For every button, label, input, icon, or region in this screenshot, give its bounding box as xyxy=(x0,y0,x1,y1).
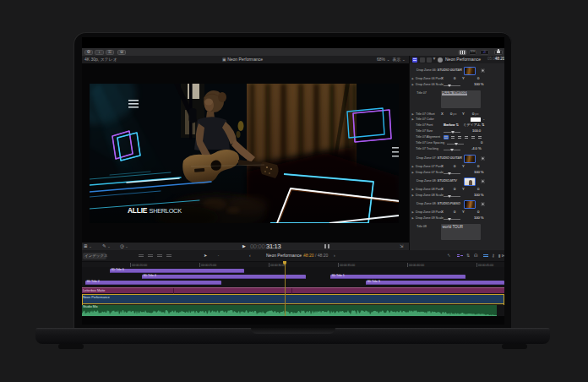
svg-text:SHERLOCK: SHERLOCK xyxy=(150,207,182,215)
svg-text:ALLIE: ALLIE xyxy=(128,206,148,215)
